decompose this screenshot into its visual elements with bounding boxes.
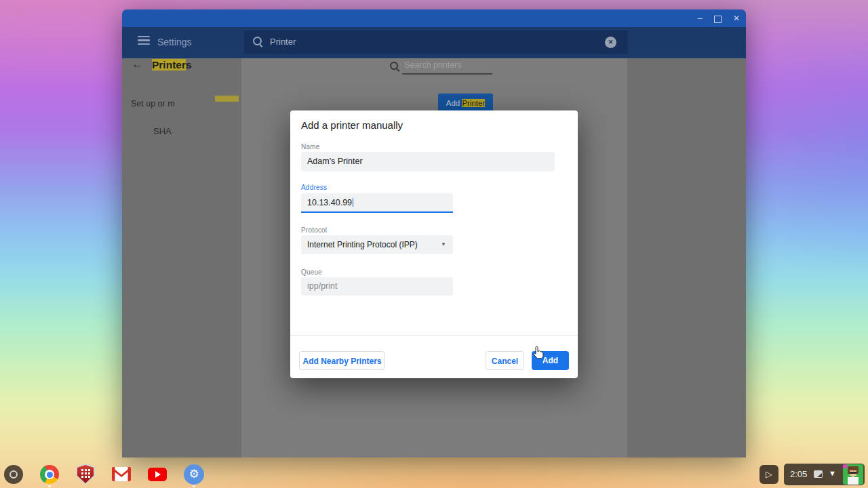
search-printers-input[interactable]: Search printers [404, 60, 462, 70]
nav-column-dimmed [122, 58, 241, 458]
launcher-icon[interactable] [4, 465, 23, 484]
youtube-icon[interactable] [148, 468, 167, 481]
gmail-icon[interactable] [112, 467, 131, 481]
settings-running-indicator [193, 485, 195, 487]
protocol-label: Protocol [301, 226, 327, 234]
dialog-divider [290, 335, 578, 336]
printer-row-label: SHA [153, 126, 172, 136]
back-arrow-icon[interactable]: ← [132, 58, 143, 71]
minimize-icon[interactable]: – [694, 13, 705, 24]
play-store-notification-icon[interactable]: ▷ [760, 465, 778, 484]
settings-search-input[interactable]: Printer ✕ [244, 30, 628, 54]
name-label: Name [301, 143, 319, 150]
address-field[interactable]: 10.13.40.99 [301, 193, 453, 213]
cast-icon [814, 470, 823, 478]
close-icon[interactable]: ✕ [731, 13, 742, 24]
address-label: Address [301, 184, 327, 191]
text-caret [353, 198, 353, 207]
maximize-icon[interactable] [714, 16, 722, 23]
queue-field[interactable]: ipp/print [301, 277, 453, 296]
right-margin-dimmed [627, 58, 746, 458]
search-value: Printer [270, 37, 296, 47]
setup-description: Set up or m [131, 99, 175, 108]
search-icon [253, 37, 262, 47]
queue-label: Queue [301, 268, 322, 276]
hand-cursor-icon [533, 346, 545, 362]
chrome-icon[interactable] [40, 465, 59, 484]
search-printers-underline [402, 73, 492, 75]
add-nearby-printers-button[interactable]: Add Nearby Printers [299, 351, 385, 370]
name-field[interactable]: Adam's Printer [301, 152, 555, 171]
protocol-dropdown[interactable]: Internet Printing Protocol (IPP) ▼ [301, 235, 453, 254]
add-printer-dialog: Add a printer manually Name Adam's Print… [290, 110, 578, 378]
shield-app-icon[interactable] [76, 464, 95, 485]
settings-toolbar: Settings Printer ✕ [122, 27, 746, 58]
page-title: Printers [152, 59, 192, 71]
user-avatar[interactable] [843, 464, 863, 485]
highlight-fragment [215, 96, 239, 102]
clock-label: 2:05 [790, 469, 807, 479]
clear-search-icon[interactable]: ✕ [605, 37, 616, 48]
chevron-down-icon: ▼ [441, 235, 446, 254]
settings-app-icon[interactable]: ⚙ [184, 464, 204, 485]
dialog-title: Add a printer manually [301, 119, 403, 131]
chrome-running-indicator [48, 485, 51, 487]
search-printers-icon [390, 62, 399, 72]
menu-icon[interactable] [138, 36, 150, 45]
window-titlebar[interactable]: – ✕ [122, 9, 746, 27]
app-title: Settings [157, 37, 192, 47]
wifi-icon: ▼ [829, 469, 836, 477]
cancel-button[interactable]: Cancel [486, 351, 524, 370]
heading-search-highlight: Printer [152, 59, 186, 70]
